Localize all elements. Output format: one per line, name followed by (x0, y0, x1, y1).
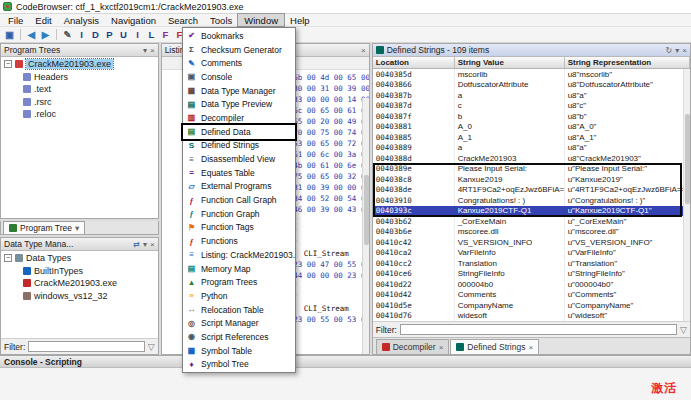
table-row[interactable]: 00403b6emscoree.dllu"mscoree.dll" (373, 227, 690, 238)
data-type-manager-header[interactable]: Data Type Mana... ⇄ ▾ × (1, 238, 158, 251)
window-menu-item-defined-strings[interactable]: SDefined Strings (183, 139, 295, 153)
menu-edit[interactable]: Edit (29, 14, 57, 26)
defined-strings-header[interactable]: Defined Strings - 109 items ↻ ▾ × (373, 44, 690, 57)
table-row[interactable]: 0040385dmscorlibu8"mscorlib" (373, 69, 690, 80)
dtm-filter-input[interactable] (28, 341, 144, 352)
collapse-icon[interactable]: − (4, 60, 12, 68)
table-row[interactable]: 0040388dCrackMe201903u8"CrackMe201903" (373, 153, 690, 164)
funnel-icon[interactable]: ▽ (680, 325, 687, 335)
scroll-thumb[interactable] (364, 175, 369, 245)
window-menu-item-relocation-table[interactable]: ↔Relocation Table (183, 303, 295, 317)
chevron-down-icon[interactable]: ▾ (675, 46, 679, 55)
label-icon[interactable]: L (145, 28, 158, 41)
data-types-root-row[interactable]: −Data Types (1, 252, 158, 265)
byte-icon[interactable]: I (75, 28, 88, 41)
table-row[interactable]: 00410d22000004b0u"000004b0" (373, 279, 690, 290)
table-row[interactable]: 0040389ePlease Input Serial:u"Please Inp… (373, 164, 690, 175)
chevron-down-icon[interactable]: ▾ (143, 240, 147, 249)
window-menu-item-functions[interactable]: ƒFunctions (183, 234, 295, 248)
table-row[interactable]: 00410cc2Translationu"Translation" (373, 258, 690, 269)
ds-filter-input[interactable] (400, 324, 677, 335)
table-row[interactable]: 0040393cKanxue2019CTF-Q1u"Kanxue2019CTF-… (373, 206, 690, 217)
collapse-icon[interactable]: − (4, 254, 12, 262)
menu-file[interactable]: File (2, 14, 29, 26)
listing-scrollbar[interactable] (362, 98, 369, 354)
table-row[interactable]: 00410d42Commentsu"Comments" (373, 290, 690, 301)
table-row[interactable]: 0040387fbu8"b" (373, 111, 690, 122)
window-menu-item-python[interactable]: »Python (183, 289, 295, 303)
menu-navigation[interactable]: Navigation (105, 14, 162, 26)
menu-help[interactable]: Help (284, 14, 316, 26)
window-menu-item-program-trees[interactable]: ▴Program Trees (183, 275, 295, 289)
menu-search[interactable]: Search (162, 14, 204, 26)
window-menu-item-disassembled-view[interactable]: ≡Disassembled View (183, 152, 295, 166)
close-icon[interactable]: × (682, 46, 687, 55)
window-menu-item-console[interactable]: ▣Console (183, 70, 295, 84)
window-menu-item-script-references[interactable]: ◉Script References (183, 330, 295, 344)
tree-node-reloc[interactable]: .reloc (1, 108, 158, 121)
tab-decompiler[interactable]: Decompiler× (376, 339, 450, 354)
window-menu-item-external-programs[interactable]: ▱External Programs (183, 180, 295, 194)
tab-defined-strings[interactable]: Defined Strings× (450, 339, 539, 354)
tree-node-headers[interactable]: Headers (1, 71, 158, 84)
menu-window[interactable]: Window (238, 14, 284, 26)
undefined-icon[interactable]: U (117, 28, 130, 41)
window-menu-item-defined-data[interactable]: ▤Defined Data (183, 125, 295, 139)
window-menu-item-equates-table[interactable]: =Equates Table (183, 166, 295, 180)
close-icon[interactable]: × (528, 343, 533, 352)
chevron-down-icon[interactable]: ▾ (75, 223, 79, 233)
window-menu-item-listing-crackme201903-exe[interactable]: ≡Listing: CrackMe201903.exe (183, 248, 295, 262)
tree-root-row[interactable]: −CrackMe201903.exe (1, 58, 158, 71)
instruction-icon[interactable]: I (131, 28, 144, 41)
data-icon[interactable]: D (89, 28, 102, 41)
window-menu-item-bookmarks[interactable]: ✔Bookmarks (183, 29, 295, 43)
table-row[interactable]: 0040387bau8"a" (373, 90, 690, 101)
menu-analysis[interactable]: Analysis (58, 14, 105, 26)
edit-label-icon[interactable]: ✎ (61, 28, 74, 41)
refresh-icon[interactable]: ↻ (666, 46, 673, 55)
console-header[interactable]: Console - Scripting (0, 355, 691, 368)
table-row[interactable]: 00403885A_1u8"A_1" (373, 132, 690, 143)
close-icon[interactable]: × (150, 240, 155, 249)
close-icon[interactable]: × (150, 46, 155, 55)
table-row[interactable]: 0040387dcu8"c" (373, 101, 690, 112)
window-menu-item-decompiler[interactable]: ▥Decompiler (183, 111, 295, 125)
program-trees-header[interactable]: Program Trees ▾ × (1, 44, 158, 57)
data-type-node-builtintypes[interactable]: BuiltInTypes (1, 265, 158, 278)
table-row[interactable]: 00403910Congratulations! : )u"Congratula… (373, 195, 690, 206)
table-row[interactable]: 00410ca2VarFileInfou"VarFileInfo" (373, 248, 690, 259)
table-row[interactable]: 00410ce6StringFileInfou"StringFileInfo" (373, 269, 690, 280)
column-header-location[interactable]: Location (373, 57, 455, 68)
scroll-thumb[interactable] (685, 114, 690, 204)
table-row[interactable]: 00403881A_0u8"A_0" (373, 122, 690, 133)
forward-icon[interactable]: ▶ (39, 28, 52, 41)
swap-arrows-icon[interactable]: ⇄ (133, 240, 140, 249)
table-row[interactable]: 004038c8Kanxue2019u"Kanxue2019" (373, 174, 690, 185)
pointer-icon[interactable]: P (103, 28, 116, 41)
window-menu-item-data-type-manager[interactable]: ▦Data Type Manager (183, 84, 295, 98)
window-menu-item-memory-map[interactable]: ▤Memory Map (183, 262, 295, 276)
table-row[interactable]: 00403b62_CorExeMainu"_CorExeMain" (373, 216, 690, 227)
table-row[interactable]: 00410d5eCompanyNameu"CompanyName" (373, 300, 690, 311)
window-menu-item-script-manager[interactable]: ◎Script Manager (183, 316, 295, 330)
table-row[interactable]: 00410c42VS_VERSION_INFOu"VS_VERSION_INFO… (373, 237, 690, 248)
data-type-node-crackme201903-exe[interactable]: CrackMe201903.exe (1, 277, 158, 290)
window-menu-item-function-tags[interactable]: ⚑Function Tags (183, 221, 295, 235)
window-menu-item-comments[interactable]: ✎Comments (183, 56, 295, 70)
window-menu-item-symbol-tree[interactable]: ♦Symbol Tree (183, 358, 295, 372)
funnel-icon[interactable]: ▽ (148, 342, 155, 352)
table-scrollbar[interactable] (683, 69, 690, 321)
column-header-string-representation[interactable]: String Representation (565, 57, 690, 68)
close-icon[interactable]: × (439, 343, 444, 352)
back-icon[interactable]: ◀ (25, 28, 38, 41)
close-icon[interactable]: × (361, 46, 366, 55)
tree-node-text[interactable]: .text (1, 83, 158, 96)
table-row[interactable]: 00410d76widesoftu"widesoft" (373, 311, 690, 322)
function-icon[interactable]: F (159, 28, 172, 41)
window-menu-item-data-type-preview[interactable]: ▤Data Type Preview (183, 97, 295, 111)
window-menu-item-symbol-table[interactable]: ▦Symbol Table (183, 344, 295, 358)
menu-tools[interactable]: Tools (204, 14, 238, 26)
window-menu-item-function-graph[interactable]: ƒFunction Graph (183, 207, 295, 221)
tree-node-rsrc[interactable]: .rsrc (1, 96, 158, 109)
data-type-node-windows-vs12-32[interactable]: windows_vs12_32 (1, 290, 158, 303)
